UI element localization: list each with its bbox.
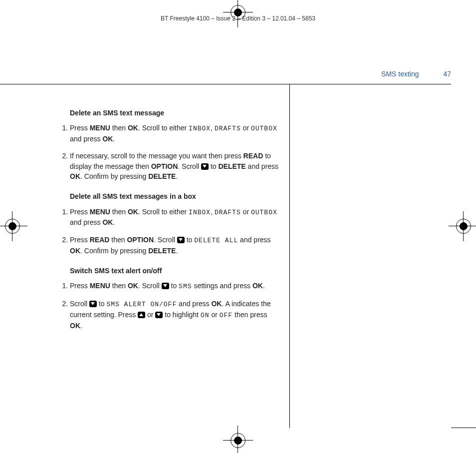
crop-mark-bottom	[231, 433, 245, 448]
page-number: 47	[443, 70, 451, 78]
list-item: Press MENU then OK. Scroll to either INB…	[70, 123, 279, 144]
rule-top-left	[0, 84, 25, 84]
section-name: SMS texting	[381, 70, 419, 78]
down-arrow-icon	[177, 237, 185, 243]
down-arrow-icon	[89, 301, 97, 307]
list-item: Press MENU then OK. Scroll to SMS settin…	[70, 281, 279, 292]
down-arrow-icon	[155, 312, 163, 318]
list-item: Press READ then OPTION. Scroll to DELETE…	[70, 235, 279, 256]
up-arrow-icon	[138, 312, 145, 318]
running-head: SMS texting 47	[381, 70, 451, 78]
down-arrow-icon	[162, 283, 169, 289]
crop-mark-left	[5, 219, 20, 234]
heading-delete-sms: Delete an SMS text message	[70, 108, 279, 118]
body-content: Delete an SMS text message Press MENU th…	[57, 99, 279, 341]
doc-header: BT Freestyle 4100 – Issue 2 – Edition 3 …	[0, 15, 476, 22]
list-item: Press MENU then OK. Scroll to either INB…	[70, 207, 279, 228]
rule-top	[25, 84, 451, 84]
list-item: If necessary, scroll to the message you …	[70, 151, 279, 181]
heading-delete-all: Delete all SMS text messages in a box	[70, 191, 279, 201]
list-item: Scroll to SMS ALERT ON/OFF and press OK.…	[70, 299, 279, 331]
down-arrow-icon	[201, 163, 209, 170]
page-frame: SMS texting 47 Delete an SMS text messag…	[25, 34, 451, 428]
rule-bottom-right	[451, 428, 476, 428]
crop-mark-right	[456, 219, 471, 234]
heading-sms-alert: Switch SMS text alert on/off	[70, 266, 279, 276]
column-divider	[289, 84, 290, 428]
